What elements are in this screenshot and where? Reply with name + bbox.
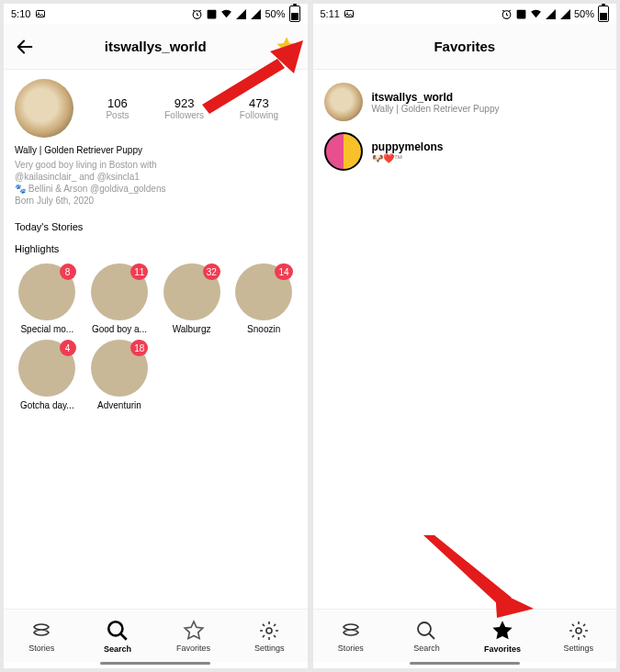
stat-posts[interactable]: 106 Posts: [106, 96, 129, 120]
favorite-subtitle: 🐶❤️™: [372, 153, 444, 163]
highlight-item[interactable]: 32 Walburgz: [157, 263, 226, 334]
bottom-nav: Stories Search Favorites Settings: [313, 609, 617, 662]
page-title: Favorites: [434, 39, 495, 54]
stat-following[interactable]: 473 Following: [240, 96, 278, 120]
battery-pct: 50%: [574, 8, 594, 19]
signal-icon-2: [559, 8, 571, 20]
signal-icon-2: [250, 8, 262, 20]
highlight-item[interactable]: 4 Gotcha day...: [13, 340, 82, 410]
nav-stories[interactable]: Stories: [14, 620, 69, 653]
back-button[interactable]: [11, 33, 39, 61]
wifi-icon: [220, 8, 232, 20]
favorite-star-button[interactable]: [273, 33, 300, 61]
nav-favorites[interactable]: Favorites: [475, 619, 530, 654]
favorite-username: puppymelons: [372, 140, 444, 153]
status-time: 5:10: [11, 8, 30, 19]
battery-icon: [598, 6, 609, 22]
favorite-item[interactable]: itswallys_world Wally | Golden Retriever…: [324, 77, 606, 127]
profile-username-title: itswallys_world: [105, 39, 207, 54]
appbar: Favorites: [313, 24, 617, 70]
highlights-grid: 8 Special mo... 11 Good boy a... 32 Walb…: [4, 260, 308, 414]
favorite-username: itswallys_world: [372, 91, 500, 104]
highlight-badge: 14: [275, 263, 292, 280]
stat-followers[interactable]: 923 Followers: [164, 96, 204, 120]
profile-header: 106 Posts 923 Followers 473 Following: [4, 70, 308, 141]
highlight-item[interactable]: 11 Good boy a...: [85, 263, 154, 334]
favorite-subtitle: Wally | Golden Retriever Puppy: [372, 104, 500, 114]
highlight-item[interactable]: 18 Adventurin: [85, 340, 154, 410]
favorite-avatar: [324, 132, 363, 171]
nav-stories[interactable]: Stories: [323, 620, 378, 653]
wifi-icon: [530, 8, 542, 20]
image-icon: [34, 8, 46, 20]
nav-favorites[interactable]: Favorites: [166, 620, 221, 653]
svg-point-12: [418, 622, 431, 635]
highlight-badge: 4: [60, 340, 76, 356]
favorite-avatar: [324, 83, 363, 121]
nfc-icon: [206, 8, 218, 20]
home-indicator: [100, 662, 210, 665]
highlight-badge: 32: [203, 263, 220, 280]
favorites-list: itswallys_world Wally | Golden Retriever…: [313, 70, 617, 184]
highlight-badge: 8: [60, 263, 76, 280]
bio-name: Wally | Golden Retriever Puppy: [15, 145, 297, 155]
highlight-item[interactable]: 14 Snoozin: [230, 263, 299, 334]
status-time: 5:11: [321, 8, 340, 19]
alarm-icon: [501, 8, 513, 20]
nav-search[interactable]: Search: [399, 620, 454, 653]
svg-rect-3: [208, 9, 217, 18]
left-screen: 5:10 50% itswallys_world 106: [4, 4, 308, 668]
highlight-item[interactable]: 8 Special mo...: [13, 263, 82, 334]
favorite-item[interactable]: puppymelons 🐶❤️™: [324, 127, 606, 176]
battery-icon: [289, 6, 300, 22]
svg-point-5: [266, 628, 272, 633]
status-bar: 5:10 50%: [4, 4, 308, 24]
highlight-badge: 11: [130, 263, 148, 280]
status-bar: 5:11 50%: [313, 4, 617, 24]
highlights-section-title: Highlights: [4, 238, 308, 260]
profile-avatar[interactable]: [15, 79, 73, 138]
nav-settings[interactable]: Settings: [242, 620, 297, 653]
battery-pct: 50%: [265, 8, 285, 19]
nav-search[interactable]: Search: [90, 619, 145, 654]
svg-point-13: [576, 628, 581, 633]
svg-point-4: [108, 622, 122, 635]
image-icon: [344, 8, 355, 20]
alarm-icon: [191, 8, 203, 20]
highlight-badge: 18: [130, 340, 148, 356]
svg-rect-11: [517, 9, 526, 18]
appbar: itswallys_world: [4, 24, 308, 70]
bottom-nav: Stories Search Favorites Settings: [4, 609, 308, 662]
annotation-arrow-icon: [423, 535, 534, 618]
stories-section-title: Today's Stories: [4, 216, 308, 238]
signal-icon: [545, 8, 557, 20]
nav-settings[interactable]: Settings: [551, 620, 606, 653]
home-indicator: [410, 662, 520, 665]
svg-marker-15: [423, 535, 512, 607]
nfc-icon: [515, 8, 527, 20]
right-screen: 5:11 50% Favorites itswallys_world Wally…: [313, 4, 617, 668]
signal-icon: [235, 8, 247, 20]
profile-bio: Wally | Golden Retriever Puppy Very good…: [4, 141, 308, 216]
